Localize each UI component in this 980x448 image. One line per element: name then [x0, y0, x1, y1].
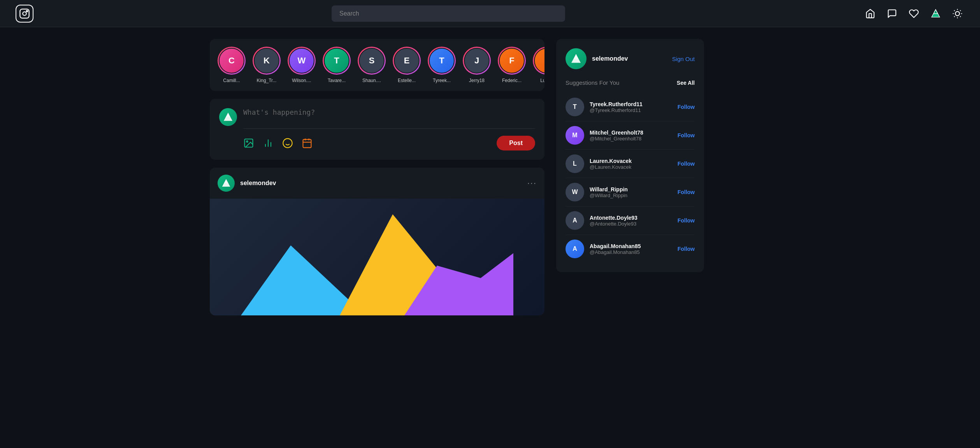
story-name: Wilson....	[292, 78, 311, 83]
header	[0, 0, 980, 27]
story-avatar-ring: L	[533, 47, 544, 75]
svg-marker-4	[934, 9, 938, 13]
suggestion-handle: @Antonette.Doyle93	[590, 221, 672, 227]
suggestions-list: T Tyreek.Rutherford11 @Tyreek.Rutherford…	[566, 93, 695, 263]
suggestion-name: Mitchel_Greenholt78	[590, 130, 672, 136]
story-name: Tyreek...	[433, 78, 451, 83]
story-avatar-inner: J	[464, 48, 490, 74]
story-name: Jerry18	[469, 78, 485, 83]
instagram-icon	[19, 8, 30, 19]
mountain-nav-icon	[931, 9, 941, 19]
sidebar-mountain-icon	[570, 53, 582, 65]
image-icon	[243, 138, 254, 149]
suggestions-title: Suggestions For You	[566, 79, 619, 86]
suggestion-name: Abagail.Monahan85	[590, 243, 672, 249]
story-avatar-inner: F	[499, 48, 525, 74]
suggestion-avatar: L	[566, 154, 584, 173]
app-logo[interactable]	[16, 5, 33, 23]
suggestion-item: W Willard_Rippin @Willard_Rippin Follow	[566, 178, 695, 206]
suggestion-handle: @Willard_Rippin	[590, 192, 672, 198]
suggestions-header: Suggestions For You See All	[566, 79, 695, 86]
suggestion-handle: @Mitchel_Greenholt78	[590, 136, 672, 142]
post-image	[210, 199, 544, 315]
sign-out-button[interactable]: Sign Out	[672, 56, 695, 62]
post-username: selemondev	[240, 180, 276, 187]
see-all-button[interactable]: See All	[677, 80, 695, 86]
story-item[interactable]: T Tyreek...	[428, 47, 456, 83]
story-item[interactable]: C Camill...	[218, 47, 246, 83]
emoji-icon	[282, 138, 293, 149]
svg-line-8	[954, 10, 955, 11]
suggestion-avatar: T	[566, 98, 584, 116]
calendar-icon	[302, 138, 313, 149]
svg-rect-24	[303, 140, 311, 148]
sidebar-card: selemondev Sign Out Suggestions For You …	[556, 39, 704, 272]
add-image-button[interactable]	[243, 138, 254, 149]
add-chart-button[interactable]	[263, 138, 274, 149]
follow-button[interactable]: Follow	[678, 132, 695, 138]
svg-point-17	[246, 141, 248, 142]
suggestion-info: Willard_Rippin @Willard_Rippin	[590, 186, 672, 198]
post-button[interactable]: Post	[497, 136, 535, 150]
story-item[interactable]: L Lue75	[533, 47, 544, 83]
messages-icon	[887, 9, 897, 19]
suggestion-avatar: A	[566, 211, 584, 230]
stories-card: C Camill... K King_Tr... W Wilson.... T	[210, 39, 544, 91]
add-calendar-button[interactable]	[302, 138, 313, 149]
suggestion-item: L Lauren.Kovacek @Lauren.Kovacek Follow	[566, 150, 695, 178]
suggestion-info: Antonette.Doyle93 @Antonette.Doyle93	[590, 215, 672, 227]
home-nav-button[interactable]	[863, 7, 877, 21]
follow-button[interactable]: Follow	[678, 104, 695, 110]
story-item[interactable]: E Estelle...	[393, 47, 421, 83]
svg-line-12	[954, 16, 955, 17]
add-emoji-button[interactable]	[282, 138, 293, 149]
story-name: Estelle...	[398, 78, 416, 83]
suggestion-handle: @Abagail.Monahan85	[590, 249, 672, 255]
post-card: selemondev ···	[210, 168, 544, 315]
sun-icon	[952, 9, 962, 19]
story-avatar-inner: S	[359, 48, 385, 74]
story-name: Tavare...	[328, 78, 346, 83]
suggestion-info: Mitchel_Greenholt78 @Mitchel_Greenholt78	[590, 130, 672, 142]
story-avatar-ring: E	[393, 47, 421, 75]
story-item[interactable]: S Shaun....	[358, 47, 386, 83]
likes-nav-button[interactable]	[907, 7, 921, 21]
chart-icon	[263, 138, 274, 149]
svg-marker-31	[574, 54, 578, 59]
story-item[interactable]: F Federic...	[498, 47, 526, 83]
brand-nav-button[interactable]	[929, 7, 943, 21]
story-name: Federic...	[502, 78, 522, 83]
messages-nav-button[interactable]	[885, 7, 899, 21]
post-textarea[interactable]	[243, 108, 535, 129]
suggestion-name: Tyreek.Rutherford11	[590, 101, 672, 107]
composer-user-avatar	[219, 108, 237, 126]
search-input[interactable]	[332, 5, 565, 22]
heart-icon	[909, 9, 919, 19]
story-avatar-ring: F	[498, 47, 526, 75]
story-item[interactable]: T Tavare...	[323, 47, 351, 83]
suggestion-name: Willard_Rippin	[590, 186, 672, 192]
story-item[interactable]: J Jerry18	[463, 47, 491, 83]
home-icon	[865, 9, 875, 19]
follow-button[interactable]: Follow	[678, 161, 695, 167]
sidebar-username: selemondev	[592, 55, 628, 62]
story-avatar-ring: T	[323, 47, 351, 75]
story-avatar-inner: T	[429, 48, 455, 74]
post-more-button[interactable]: ···	[527, 178, 537, 188]
suggestion-item: A Antonette.Doyle93 @Antonette.Doyle93 F…	[566, 206, 695, 235]
follow-button[interactable]: Follow	[678, 189, 695, 195]
suggestion-handle: @Lauren.Kovacek	[590, 164, 672, 170]
story-avatar-inner: K	[254, 48, 279, 74]
story-item[interactable]: W Wilson....	[288, 47, 316, 83]
follow-button[interactable]: Follow	[678, 217, 695, 224]
story-avatar-inner: E	[394, 48, 420, 74]
suggestion-name: Lauren.Kovacek	[590, 158, 672, 164]
story-avatar-ring: J	[463, 47, 491, 75]
post-mountain-icon	[221, 178, 231, 188]
story-item[interactable]: K King_Tr...	[253, 47, 281, 83]
suggestion-info: Lauren.Kovacek @Lauren.Kovacek	[590, 158, 672, 170]
suggestion-name: Antonette.Doyle93	[590, 215, 672, 221]
story-avatar-inner: W	[289, 48, 314, 74]
theme-nav-button[interactable]	[950, 7, 964, 21]
follow-button[interactable]: Follow	[678, 246, 695, 252]
